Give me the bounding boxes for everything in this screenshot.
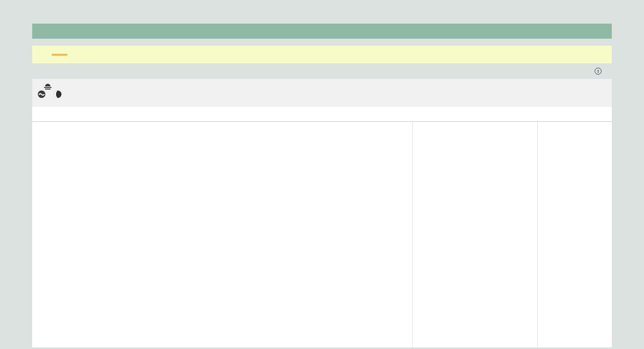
updated-row: !	[32, 63, 612, 79]
info-icon: !	[595, 68, 602, 75]
forecast-card	[32, 79, 612, 347]
tide-wave-icon	[38, 90, 46, 98]
weather-nav-tabs	[32, 0, 612, 21]
date-header	[32, 79, 612, 107]
weather-page: !	[32, 0, 612, 347]
coastal-wave-chart	[412, 122, 538, 347]
advisory-badge-thunder[interactable]	[52, 54, 68, 56]
sunrise-icon	[43, 83, 52, 90]
moon-icon	[54, 90, 62, 98]
layout-switch-bar	[32, 24, 612, 39]
table-header	[32, 107, 612, 122]
advisory-bar	[32, 46, 612, 63]
